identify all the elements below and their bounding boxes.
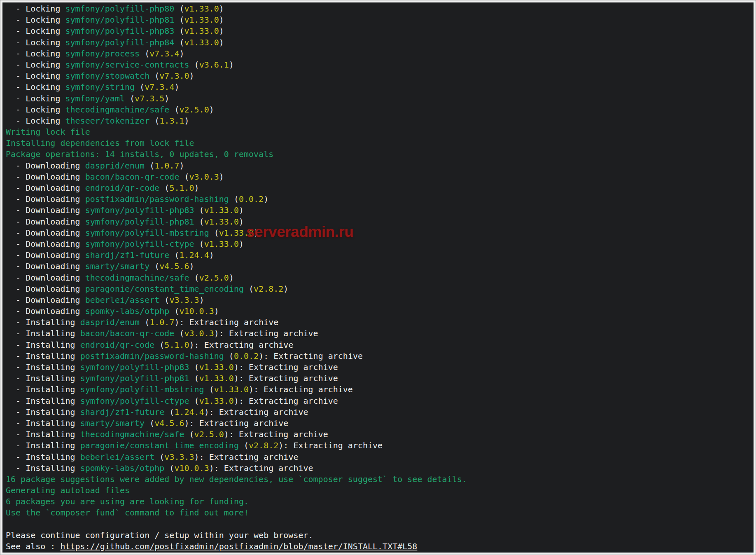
terminal-text: thecodingmachine/safe [85, 273, 189, 283]
terminal-text: ( [164, 463, 174, 473]
terminal-text: symfony/polyfill-php84 [65, 37, 175, 47]
terminal-text: ) [189, 340, 194, 350]
terminal-text: symfony/yaml [65, 94, 125, 103]
terminal-line: - Locking symfony/service-contracts (v3.… [6, 59, 754, 70]
terminal-text: v4.5.6 [159, 261, 189, 271]
terminal-text: symfony/polyfill-php81 [85, 217, 194, 227]
terminal-text: ( [174, 15, 184, 25]
terminal-text: ) [219, 15, 224, 25]
terminal-text: - Locking [6, 116, 65, 126]
terminal-text: Use the `composer fund` command to find … [6, 508, 249, 518]
terminal-text: bacon/bacon-qr-code [80, 328, 175, 338]
terminal-line: - Locking symfony/polyfill-php80 (v1.33.… [6, 3, 754, 14]
terminal-text: symfony/string [65, 82, 135, 92]
terminal-text: ) [194, 452, 199, 462]
terminal-line: Writing lock file [6, 126, 754, 138]
terminal-text: v1.33.0 [214, 384, 249, 394]
terminal-text: v1.33.0 [199, 396, 234, 406]
terminal-text: ( [194, 239, 204, 249]
terminal-text: ) [239, 205, 244, 215]
terminal-text: ( [159, 183, 169, 193]
terminal-text: shardj/zf1-future [85, 250, 170, 260]
terminal-text: ) [174, 82, 179, 92]
terminal-line: - Downloading symfony/polyfill-ctype (v1… [6, 239, 754, 250]
terminal-text: ( [194, 217, 204, 227]
terminal-text: - Installing [6, 396, 80, 406]
terminal-line: Use the `composer fund` command to find … [6, 507, 754, 518]
terminal-text: - Locking [6, 49, 65, 59]
terminal-text: endroid/qr-code [85, 183, 160, 193]
terminal-text: ) [209, 463, 214, 473]
terminal-text: Installing dependencies from lock file [6, 138, 194, 148]
terminal-text: symfony/polyfill-mbstring [80, 384, 204, 394]
terminal-text: ) [219, 172, 224, 182]
terminal-text: - Locking [6, 105, 65, 115]
terminal-text: ( [140, 317, 149, 327]
terminal-text: ) [234, 373, 239, 383]
terminal-text: v7.3.4 [149, 49, 179, 59]
terminal-text: 5.1.0 [169, 183, 194, 193]
terminal-text: ) [214, 328, 219, 338]
terminal-text: thecodingmachine/safe [65, 105, 170, 115]
terminal-text: v1.33.0 [184, 26, 219, 36]
terminal-output[interactable]: - Locking symfony/polyfill-php80 (v1.33.… [2, 2, 754, 553]
terminal-text: Writing lock file [6, 127, 90, 137]
terminal-text: beberlei/assert [80, 452, 155, 462]
terminal-text: v3.6.1 [199, 60, 229, 70]
terminal-line: - Locking symfony/polyfill-php84 (v1.33.… [6, 37, 754, 48]
terminal-line: - Installing symfony/polyfill-php81 (v1.… [6, 373, 754, 384]
terminal-text: ( [189, 273, 199, 283]
terminal-text: - Locking [6, 15, 65, 25]
terminal-text: v7.3.4 [145, 82, 174, 92]
terminal-text: ( [149, 71, 159, 81]
terminal-text: - Downloading [6, 306, 85, 316]
terminal-text: - Installing [6, 373, 80, 383]
terminal-text: - Locking [6, 26, 65, 36]
terminal-line: - Downloading thecodingmachine/safe (v2.… [6, 272, 754, 283]
terminal-text: 0.0.2 [239, 194, 264, 204]
terminal-text: Package operations: 14 installs, 0 updat… [6, 149, 273, 159]
terminal-text: - Installing [6, 340, 80, 350]
terminal-line: - Downloading shardj/zf1-future (1.24.4) [6, 250, 754, 261]
terminal-line: - Downloading smarty/smarty (v4.5.6) [6, 261, 754, 272]
terminal-text: : Extracting archive [179, 317, 278, 327]
terminal-text: ) [179, 161, 184, 171]
terminal-text: endroid/qr-code [80, 340, 155, 350]
terminal-text: symfony/service-contracts [65, 60, 189, 70]
terminal-text: 0.0.2 [234, 351, 259, 361]
terminal-text: symfony/process [65, 49, 140, 59]
terminal-text: symfony/polyfill-php81 [80, 373, 189, 383]
terminal-text: - Installing [6, 463, 80, 473]
terminal-text: paragonie/constant_time_encoding [80, 440, 239, 450]
terminal-text: ( [169, 105, 179, 115]
terminal-text: ( [184, 429, 194, 439]
terminal-text: - Locking [6, 71, 65, 81]
terminal-text: - Installing [6, 384, 80, 394]
terminal-text: ( [189, 396, 199, 406]
terminal-text: v3.0.3 [184, 328, 214, 338]
terminal-text: ( [174, 37, 184, 47]
terminal-line: - Downloading postfixadmin/password-hash… [6, 194, 754, 205]
terminal-line: - Installing bacon/bacon-qr-code (v3.0.3… [6, 328, 754, 339]
terminal-text: - Downloading [6, 194, 85, 204]
terminal-text: smarty/smarty [85, 261, 150, 271]
terminal-text: : Extracting archive [199, 452, 299, 462]
terminal-text: Please continue configuration / setup wi… [6, 530, 313, 540]
terminal-text: ( [174, 26, 184, 36]
terminal-text: - Downloading [6, 183, 85, 193]
terminal-line: - Installing symfony/polyfill-php83 (v1.… [6, 362, 754, 373]
terminal-text: v1.33.0 [219, 228, 254, 238]
terminal-line: - Installing symfony/polyfill-ctype (v1.… [6, 396, 754, 407]
terminal-text: ) [278, 440, 283, 450]
terminal-text: : Extracting archive [254, 384, 353, 394]
terminal-text: - Downloading [6, 295, 85, 305]
terminal-line: - Installing endroid/qr-code (5.1.0): Ex… [6, 340, 754, 351]
terminal-line: - Installing smarty/smarty (v4.5.6): Ext… [6, 418, 754, 429]
terminal-text: ) [184, 418, 189, 428]
terminal-line: Generating autoload files [6, 485, 754, 496]
terminal-text: ( [209, 228, 219, 238]
install-guide-link[interactable]: https://github.com/postfixadmin/postfixa… [60, 541, 417, 551]
terminal-text: thecodingmachine/safe [80, 429, 184, 439]
terminal-text: ( [149, 261, 159, 271]
terminal-text: spomky-labs/otphp [80, 463, 165, 473]
